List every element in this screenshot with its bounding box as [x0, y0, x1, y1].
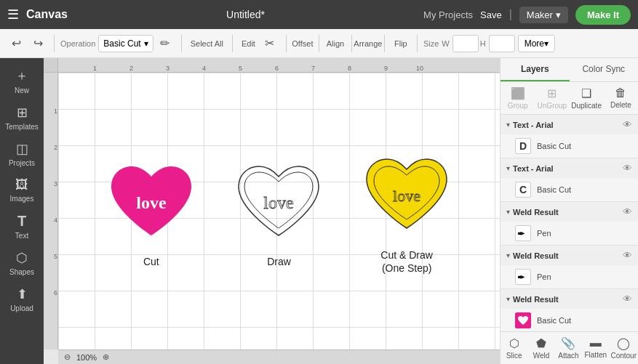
duplicate-button[interactable]: ❑ Duplicate [570, 82, 604, 114]
panel-bottom-bar: ⬡ Slice ⬟ Weld 📎 Attach ▬ Flatten ◯ Cont… [501, 331, 638, 364]
layer-item-weld-pen-2[interactable]: ✒ Pen [501, 265, 638, 288]
sidebar-item-templates[interactable]: ⊞ Templates [3, 100, 41, 135]
layer-header-weld-1[interactable]: ▾ Weld Result 👁 [501, 202, 638, 222]
back-icon[interactable]: ↩ [6, 33, 26, 54]
save-button[interactable]: Save [480, 9, 502, 20]
panel-tabs: Layers Color Sync [501, 58, 638, 82]
layer-header-weld-2[interactable]: ▾ Weld Result 👁 [501, 246, 638, 265]
layer-thumb-weld-pen-2: ✒ [515, 269, 531, 285]
flatten-button[interactable]: ▬ Flatten [582, 332, 609, 364]
tab-layers[interactable]: Layers [501, 58, 570, 81]
toolbar-sep-2 [181, 35, 182, 52]
ungroup-button[interactable]: ⊞ UnGroup [535, 82, 569, 114]
sidebar-item-upload[interactable]: ⬆ Upload [3, 282, 41, 317]
layer-item-weld-pen-1[interactable]: ✒ Pen [501, 222, 638, 245]
slice-label: Slice [506, 352, 522, 360]
sidebar-shapes-label: Shapes [9, 268, 34, 276]
arrow-icon-2: ▾ [506, 164, 510, 172]
topbar: ☰ Canvas Untitled* My Projects Save | Ma… [0, 0, 638, 29]
ungroup-label: UnGroup [538, 102, 567, 110]
height-input[interactable] [489, 35, 515, 52]
eye-icon-1[interactable]: 👁 [623, 119, 632, 130]
my-projects-link[interactable]: My Projects [423, 9, 473, 20]
ruler-vertical: 1 2 3 4 5 6 [44, 73, 58, 349]
canvas-content[interactable]: love Cut love [58, 73, 500, 349]
maker-dropdown[interactable]: Maker ▾ [519, 7, 568, 23]
draw-heart-container: love [231, 155, 326, 250]
layer-group-text-arial-c: ▾ Text - Arial 👁 C Basic Cut [501, 158, 638, 202]
layers-list: ▾ Text - Arial 👁 D Basic Cut ▾ Text - Ar… [501, 115, 638, 331]
delete-icon: 🗑 [615, 86, 626, 100]
group-icon: ⬛ [511, 86, 525, 100]
delete-button[interactable]: 🗑 Delete [604, 82, 638, 114]
zoom-in-button[interactable]: ⊕ [103, 352, 109, 362]
eye-icon-5[interactable]: 👁 [623, 294, 632, 304]
select-all-button[interactable]: Select All [188, 33, 226, 54]
cut-design[interactable]: love Cut [104, 155, 199, 267]
toolbar-sep-7 [384, 35, 385, 52]
ruler-corner [44, 58, 58, 73]
separator: | [509, 8, 512, 21]
duplicate-label: Duplicate [571, 102, 602, 110]
svg-text:love: love [264, 193, 294, 212]
cut-draw-design[interactable]: love Cut & Draw(One Step) [359, 148, 454, 275]
arrange-button[interactable]: Arrange [358, 33, 378, 54]
topbar-right: My Projects Save | Maker ▾ Make It [423, 5, 631, 25]
cut-heart-container: love [104, 155, 199, 250]
layer-item-label-c: Basic Cut [537, 185, 632, 194]
size-label: Size [423, 39, 439, 48]
flip-button[interactable]: Flip [391, 33, 411, 54]
edit-icon[interactable]: ✏ [155, 33, 175, 54]
text-icon: T [17, 213, 26, 230]
weld-button[interactable]: ⬟ Weld [527, 332, 554, 364]
layer-group-text-arial-d: ▾ Text - Arial 👁 D Basic Cut [501, 115, 638, 158]
slice-button[interactable]: ⬡ Slice [501, 332, 527, 364]
contour-button[interactable]: ◯ Contour [609, 332, 638, 364]
canvas-area[interactable]: 1 2 3 4 5 6 7 8 9 10 1 2 3 4 5 6 [44, 58, 500, 364]
edit-scissor[interactable]: ✂ [260, 33, 280, 54]
draw-design[interactable]: love Draw [231, 155, 326, 267]
operation-dropdown[interactable]: Basic Cut ▾ [98, 35, 153, 52]
zoom-out-button[interactable]: ⊖ [64, 352, 71, 362]
width-input[interactable] [452, 35, 479, 52]
toolbar: ↩ ↪ Operation Basic Cut ▾ ✏ Select All E… [0, 29, 638, 58]
sidebar-new-label: New [15, 86, 29, 94]
group-button[interactable]: ⬛ Group [501, 82, 535, 114]
app-logo: Canvas [26, 8, 68, 21]
forward-icon[interactable]: ↪ [28, 33, 48, 54]
layer-item-weld-basic-cut[interactable]: Basic Cut [501, 309, 638, 331]
toolbar-nav: ↩ ↪ [6, 33, 48, 54]
edit-button[interactable]: Edit [239, 33, 258, 54]
layer-header-text-arial-c[interactable]: ▾ Text - Arial 👁 [501, 158, 638, 178]
sidebar-item-new[interactable]: ＋ New [3, 62, 41, 99]
sidebar-item-projects[interactable]: ◫ Projects [3, 137, 41, 171]
templates-icon: ⊞ [17, 105, 28, 121]
layer-header-weld-3[interactable]: ▾ Weld Result 👁 [501, 289, 638, 309]
sidebar-item-shapes[interactable]: ⬡ Shapes [3, 246, 41, 280]
more-button[interactable]: More▾ [518, 35, 555, 52]
main-area: ＋ New ⊞ Templates ◫ Projects 🖼 Images T … [0, 58, 638, 364]
sidebar-item-text[interactable]: T Text [3, 209, 41, 244]
make-it-button[interactable]: Make It [575, 5, 631, 25]
layer-item-d[interactable]: D Basic Cut [501, 134, 638, 158]
eye-icon-3[interactable]: 👁 [623, 206, 632, 217]
tab-color-sync[interactable]: Color Sync [570, 58, 639, 81]
layer-title-5: Weld Result [513, 295, 620, 304]
layer-thumb-c: C [515, 182, 531, 198]
menu-icon[interactable]: ☰ [7, 7, 19, 23]
layer-header-text-arial-d[interactable]: ▾ Text - Arial 👁 [501, 115, 638, 134]
eye-icon-4[interactable]: 👁 [623, 250, 632, 261]
slice-icon: ⬡ [509, 336, 519, 350]
layer-title-4: Weld Result [513, 251, 620, 260]
new-icon: ＋ [15, 67, 28, 84]
sidebar-item-images[interactable]: 🖼 Images [3, 173, 41, 207]
layer-item-label-weld-3: Basic Cut [537, 316, 632, 325]
edit-group: Edit ✂ [239, 33, 280, 54]
attach-button[interactable]: 📎 Attach [555, 332, 582, 364]
align-button[interactable]: Align [325, 33, 346, 54]
sidebar-projects-label: Projects [9, 159, 35, 167]
eye-icon-2[interactable]: 👁 [623, 163, 632, 174]
offset-button[interactable]: Offset [292, 33, 313, 54]
weld-label: Weld [533, 352, 550, 360]
layer-item-c[interactable]: C Basic Cut [501, 178, 638, 201]
